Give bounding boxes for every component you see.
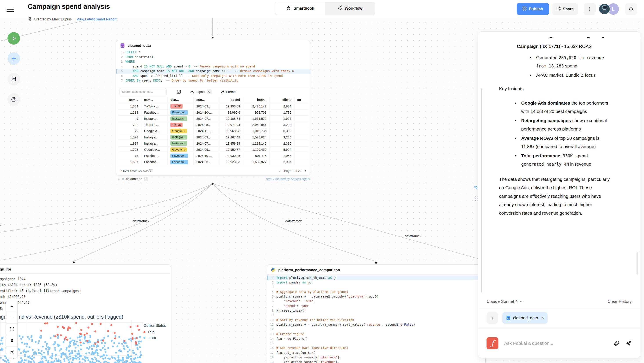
add-context-button[interactable]: + [486,312,498,324]
bell-icon [628,6,634,12]
scatter-input-handle[interactable] [73,261,75,263]
legend-item-false[interactable]: False [144,336,166,340]
expand-icon [177,90,181,94]
paperclip-icon [614,340,620,346]
python-icon [270,267,276,272]
svg-text:SQL: SQL [507,318,510,319]
context-chip-cleaned-data[interactable]: SQL cleaned_data × [502,312,548,324]
panel-scrollbar[interactable] [636,252,638,274]
table-cell: Faceboo... [141,153,168,159]
share-button[interactable]: Share [552,3,578,15]
table-cell: Faceboo... [141,159,168,165]
expand-table-button[interactable] [177,90,181,94]
key-insights-label: Key Insights: [499,85,613,93]
column-header[interactable]: spend [220,97,243,103]
tab-smartbook[interactable]: Smartbook [275,2,325,15]
table-cell: 2024-05... [194,122,220,128]
next-page-button[interactable]: › [305,169,306,173]
code-line: 16# Add revenue bars (positive direction… [267,346,486,350]
legend-item-true[interactable]: True [144,330,166,334]
remove-context-button[interactable]: × [541,315,544,320]
table-cell: 1,219,145 [243,140,270,146]
sql-database-icon: SQL [120,43,125,48]
node-cleaned-data[interactable]: SQL cleaned_data 1SELECT *2FROM datafram… [116,40,310,176]
platform-badge: Instagra... [170,135,187,140]
run-workflow-button[interactable] [8,32,20,45]
node-input-handle[interactable] [212,37,214,39]
lock-canvas-button[interactable] [6,335,17,346]
atom-icon [286,5,291,12]
table-cell: 19,968.93 [220,128,243,134]
search-columns-input[interactable] [119,88,167,95]
table-cell: 9 [118,116,141,122]
node-title: cleaned_data [128,44,151,48]
model-selector[interactable]: Claude Sonnet 4 [486,299,522,304]
fit-view-icon [10,327,14,331]
record-count-label: In total 1,944 records [120,169,149,173]
notifications-button[interactable] [625,3,637,15]
attach-file-button[interactable] [614,340,620,346]
node-output-handle[interactable] [212,183,214,185]
table-cell: Google A... [141,147,168,153]
platform-badge: Faceboo... [170,110,188,115]
add-node-button[interactable] [8,52,20,65]
edge-label-dataframe2: dataframe2 [404,234,422,238]
data-sources-button[interactable] [8,73,20,86]
zoom-in-button[interactable]: + [6,301,17,312]
python-code-editor[interactable]: 1import plotly.graph_objects as go2impor… [267,275,486,363]
publish-button[interactable]: Publish [516,3,549,15]
zoom-out-button[interactable]: − [6,312,17,324]
hamburger-menu-icon[interactable] [6,7,14,12]
code-line: 17fig.add_trace(go.Bar( [267,350,486,355]
node-header[interactable]: SQL cleaned_data [116,40,310,50]
node-campaign-roi[interactable]: gn_roi mpaigns: 1944ith ≥$10k spend: 102… [0,264,171,363]
avatar-user-photo[interactable] [599,3,610,15]
code-line: 14fig = go.Figure() [267,336,486,341]
platform-badge-cell: TikTok [168,103,194,109]
unpin-panel-icon[interactable] [474,185,478,191]
workflow-canvas[interactable]: dataframe2 dataframe2 dataframe2 datafra… [0,0,644,363]
column-header[interactable]: clicks [270,97,294,103]
fit-view-button[interactable] [6,324,17,335]
table-cell: 1,199,439 [243,147,270,153]
ask-question-input[interactable] [504,340,608,346]
bullet-item: Total performance: 330K spend generated … [521,152,613,169]
column-header[interactable]: ctr [294,97,308,103]
more-options-button[interactable] [584,3,596,15]
svg-text:SQL: SQL [121,45,124,47]
auto-layout-button[interactable] [6,346,17,358]
drag-handle[interactable] [144,177,148,181]
node-header[interactable]: gn_roi [0,265,171,273]
table-cell: 3,208 [270,122,294,128]
table-toolbar: Export Format [116,87,310,97]
column-header[interactable]: plat... [168,97,194,103]
column-header[interactable]: cam... [118,97,141,103]
edge-label-dataframe2: dataframe2 [132,219,151,223]
platform-badge: Instagra... [170,117,187,121]
code-line: 19 x=platform_summary['revenue'], [267,360,486,363]
sql-code-editor[interactable]: 1SELECT *2FROM dataframe13WHERE4 spend I… [116,50,310,83]
node-platform-performance-comparison[interactable]: platform_performance_comparison 1import … [267,264,486,363]
table-cell: 1,984 [118,140,141,146]
format-button[interactable]: Format [221,90,236,94]
column-header[interactable]: cam... [141,97,168,103]
send-button[interactable] [625,340,632,346]
table-cell [294,128,308,134]
clear-history-button[interactable]: Clear History [608,299,632,304]
view-latest-smart-report-link[interactable]: View Latest Smart Report [77,17,117,21]
table-cell [294,140,308,146]
assistant-message-area[interactable]: Campaign (ID: 1771) - 15.63x ROAS Genera… [478,32,640,295]
help-button[interactable] [8,93,20,106]
code-line: 3WHERE [116,59,310,64]
export-button[interactable]: Export [190,89,212,94]
panel-drag-handle[interactable] [475,196,478,201]
prev-page-button[interactable]: ‹ [279,169,280,173]
table-cell: 2024-11-... [194,128,220,134]
python-input-handle[interactable] [375,262,377,264]
node-header[interactable]: platform_performance_comparison [267,265,486,274]
page-indicator: Page 1 of 20 [284,169,301,172]
export-options-button[interactable] [207,89,212,94]
tab-workflow[interactable]: Workflow [325,2,375,15]
column-header[interactable]: star... [194,97,220,103]
column-header[interactable]: impr... [243,97,270,103]
